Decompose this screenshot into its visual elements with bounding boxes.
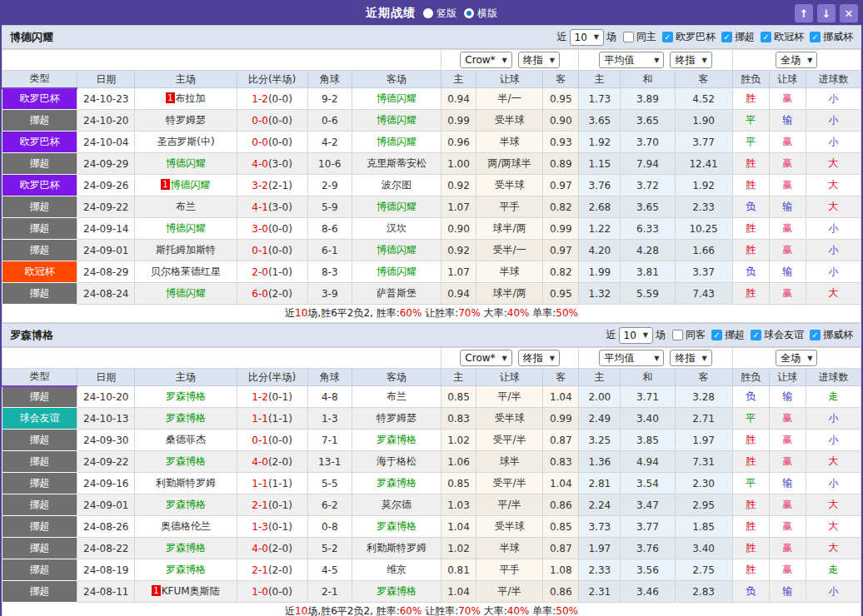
column-header: 主场 <box>135 369 237 386</box>
odds-final-select[interactable]: 终指▼ <box>518 52 560 68</box>
scope-select-cell: 全场▼ <box>732 348 861 369</box>
move-down-button[interactable]: ↓ <box>817 4 836 22</box>
summary-row: 近10场,胜6平2负2, 胜率:60% 让胜率:70% 大率:40% 单率:50… <box>2 305 861 323</box>
league-filter-checkbox[interactable]: ✓ <box>711 330 722 340</box>
same-venue-checkbox[interactable] <box>623 32 634 42</box>
away-team-cell: 罗森博格 <box>352 516 441 538</box>
home-team-cell: 博德闪耀 <box>135 153 237 175</box>
result-outcome: 胜 <box>732 430 769 451</box>
avg-draw: 3.72 <box>621 175 675 196</box>
home-team: 斯托姆加斯特 <box>156 244 216 256</box>
league-filter-checkbox[interactable]: ✓ <box>761 32 771 42</box>
avg-select[interactable]: 平均值▼ <box>599 52 664 68</box>
odds-handicap: 受半球 <box>476 175 543 196</box>
halftime-score: (2-0) <box>268 543 292 554</box>
league-filter-checkbox[interactable]: ✓ <box>662 32 673 42</box>
avg-final-select[interactable]: 终指▼ <box>670 52 711 68</box>
odds-away: 0.93 <box>543 132 579 153</box>
layout-radio-horizontal[interactable]: 横版 <box>464 7 497 21</box>
layout-radio-vertical[interactable]: 竖版 <box>423 7 456 21</box>
odds-away: 0.85 <box>543 516 579 538</box>
halftime-score: (3-0) <box>268 201 292 213</box>
league-badge: 挪超 <box>2 451 77 473</box>
avg-draw: 3.85 <box>621 430 675 451</box>
league-badge: 挪超 <box>2 559 77 581</box>
avg-home: 1.22 <box>579 218 621 240</box>
close-button[interactable]: ✕ <box>840 4 858 22</box>
home-team: KFUM奥斯陆 <box>162 585 220 597</box>
home-team-cell: 利勤斯特罗姆 <box>135 473 237 494</box>
odds-home: 0.92 <box>441 175 476 196</box>
sections-container: 博德闪耀近10▼场同主✓欧罗巴杯✓挪超✓欧冠杯✓挪威杯Crow*▼终指▼平均值▼… <box>2 25 861 616</box>
games-label: 场 <box>606 30 616 44</box>
rank-badge: 1 <box>161 179 169 190</box>
away-team: 罗森博格 <box>377 477 417 489</box>
away-team: 维京 <box>387 564 407 575</box>
home-team: 博德闪耀 <box>166 157 206 169</box>
league-badge: 挪超 <box>2 218 77 240</box>
odds-home: 1.07 <box>441 261 476 283</box>
odds-home: 1.04 <box>441 581 476 603</box>
near-label: 近 <box>606 328 616 342</box>
scope-select[interactable]: 全场▼ <box>776 350 817 366</box>
match-date: 24-10-20 <box>77 386 135 408</box>
league-badge: 挪超 <box>2 196 77 218</box>
home-team: 罗森博格 <box>166 542 206 554</box>
result-outcome: 平 <box>732 132 769 153</box>
fulltime-score: 1-0 <box>252 586 268 598</box>
halftime-score: (0-0) <box>268 435 292 446</box>
column-header: 和 <box>621 71 675 88</box>
corner-score: 0-8 <box>307 516 352 538</box>
home-team: 圣吉罗斯(中) <box>157 136 214 147</box>
summary-part: 40% <box>507 605 530 616</box>
column-header: 客 <box>543 71 579 88</box>
halftime-score: (0-1) <box>268 391 292 403</box>
odds-away: 0.86 <box>543 581 579 603</box>
odds-away: 0.95 <box>543 88 579 110</box>
match-row: 挪超24-08-111KFUM奥斯陆1-0(0-0)2-1罗森博格1.04平/半… <box>2 581 861 603</box>
league-filter-checkbox[interactable]: ✓ <box>721 32 732 42</box>
rank-badge: 1 <box>152 585 160 596</box>
titlebar-buttons: ↑ ↓ ✕ <box>795 4 858 22</box>
avg-select[interactable]: 平均值▼ <box>599 350 664 366</box>
odds-handicap: 半球 <box>476 132 543 153</box>
odds-handicap: 平/半 <box>476 581 543 603</box>
fulltime-score: 4-0 <box>252 456 268 468</box>
result-handicap: 赢 <box>769 408 806 430</box>
avg-home: 1.92 <box>579 132 621 153</box>
result-outcome: 胜 <box>732 240 769 261</box>
odds-final-select[interactable]: 终指▼ <box>518 350 560 366</box>
games-count-select[interactable]: 10▼ <box>619 327 653 344</box>
result-goals: 小 <box>806 240 861 261</box>
result-goals: 小 <box>806 581 861 603</box>
match-row: 挪超24-08-26奥德格伦兰1-3(0-1)0-8罗森博格1.04受半球0.8… <box>2 516 861 538</box>
odds-handicap: 平手 <box>476 559 543 581</box>
odds-home: 0.85 <box>441 386 476 408</box>
fulltime-score: 0-0 <box>252 137 268 148</box>
scope-select[interactable]: 全场▼ <box>776 52 817 68</box>
same-venue-checkbox[interactable] <box>672 330 683 340</box>
matches-table: Crow*▼终指▼平均值▼终指▼全场▼类型日期主场比分(半场)角球客场主让球客主… <box>2 347 861 616</box>
league-filter-checkbox[interactable]: ✓ <box>810 330 821 340</box>
avg-home: 1.15 <box>579 153 621 175</box>
odds-handicap: 半/一 <box>476 88 543 110</box>
avg-draw: 3.89 <box>621 88 675 110</box>
away-team-cell: 博德闪耀 <box>352 261 441 283</box>
summary-part: 单率: <box>529 307 556 319</box>
avg-final-select[interactable]: 终指▼ <box>670 350 711 366</box>
odds-source-select[interactable]: Crow*▼ <box>460 350 511 366</box>
match-row: 挪超24-09-14博德闪耀3-0(0-0)8-6汉坎0.90球半/两0.991… <box>2 218 861 240</box>
match-date: 24-09-01 <box>77 494 135 516</box>
avg-select-cell: 平均值▼终指▼ <box>579 348 732 369</box>
home-team-cell: 1布拉加 <box>135 88 237 110</box>
avg-away: 1.97 <box>675 430 732 451</box>
home-team: 布兰 <box>176 201 196 212</box>
halftime-score: (3-0) <box>268 158 292 170</box>
league-filter-checkbox[interactable]: ✓ <box>751 330 761 340</box>
move-up-button[interactable]: ↑ <box>795 4 813 22</box>
summary-part: 让胜率: <box>422 307 458 319</box>
league-filter-checkbox[interactable]: ✓ <box>810 32 821 42</box>
odds-source-select[interactable]: Crow*▼ <box>460 52 511 68</box>
games-count-select[interactable]: 10▼ <box>570 29 604 46</box>
result-handicap: 输 <box>769 110 806 132</box>
